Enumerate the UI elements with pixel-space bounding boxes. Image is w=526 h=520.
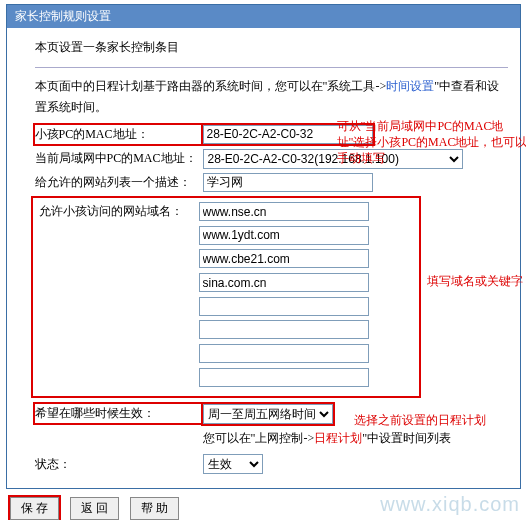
domain-input-1[interactable] [199, 226, 369, 245]
status-row: 状态： 生效 [35, 454, 508, 474]
status-label: 状态： [35, 455, 203, 474]
desc-row: 给允许的网站列表一个描述： [35, 173, 508, 192]
domain-input-5[interactable] [199, 320, 369, 339]
schedule-hint-prefix: 您可以在"上网控制-> [203, 431, 315, 445]
domain-input-2[interactable] [199, 249, 369, 268]
back-button[interactable]: 返 回 [70, 497, 119, 520]
schedule-label: 希望在哪些时候生效： [35, 404, 203, 423]
schedule-hint-suffix: "中设置时间列表 [362, 431, 451, 445]
lan-mac-label: 当前局域网中PC的MAC地址： [35, 149, 203, 168]
status-select[interactable]: 生效 [203, 454, 263, 474]
divider [35, 67, 508, 68]
schedule-hint: 您可以在"上网控制->日程计划"中设置时间列表 [203, 428, 508, 448]
child-mac-label: 小孩PC的MAC地址： [35, 125, 203, 144]
schedule-select[interactable]: 周一至周五网络时间 [203, 404, 333, 424]
desc-input[interactable] [203, 173, 373, 192]
time-settings-link[interactable]: 时间设置 [386, 79, 434, 93]
help-button[interactable]: 帮 助 [130, 497, 179, 520]
time-paragraph-prefix: 本页面中的日程计划基于路由器的系统时间，您可以在"系统工具-> [35, 79, 387, 93]
domain-input-4[interactable] [199, 297, 369, 316]
button-row: 保 存 返 回 帮 助 [10, 497, 526, 520]
panel-title: 家长控制规则设置 [15, 9, 111, 23]
time-paragraph: 本页面中的日程计划基于路由器的系统时间，您可以在"系统工具->时间设置"中查看和… [35, 76, 508, 117]
intro-text: 本页设置一条家长控制条目 [35, 38, 508, 57]
desc-label: 给允许的网站列表一个描述： [35, 173, 203, 192]
schedule-plan-link[interactable]: 日程计划 [314, 431, 362, 445]
mac-annotation: 可从"当前局域网中PC的MAC地址"选择小孩PC的MAC地址，也可以手动填写 [337, 118, 527, 167]
panel-content: 本页设置一条家长控制条目 本页面中的日程计划基于路由器的系统时间，您可以在"系统… [7, 28, 520, 488]
panel-header: 家长控制规则设置 [7, 5, 520, 28]
domain-input-0[interactable] [199, 202, 369, 221]
domain-block: 允许小孩访问的网站域名： [31, 196, 421, 398]
schedule-annotation: 选择之前设置的日程计划 [354, 412, 527, 428]
domain-input-7[interactable] [199, 368, 369, 387]
domain-input-3[interactable] [199, 273, 369, 292]
domain-label: 允许小孩访问的网站域名： [39, 202, 199, 221]
save-button[interactable]: 保 存 [10, 497, 59, 520]
domain-annotation: 填写域名或关键字 [427, 273, 527, 289]
domain-input-6[interactable] [199, 344, 369, 363]
